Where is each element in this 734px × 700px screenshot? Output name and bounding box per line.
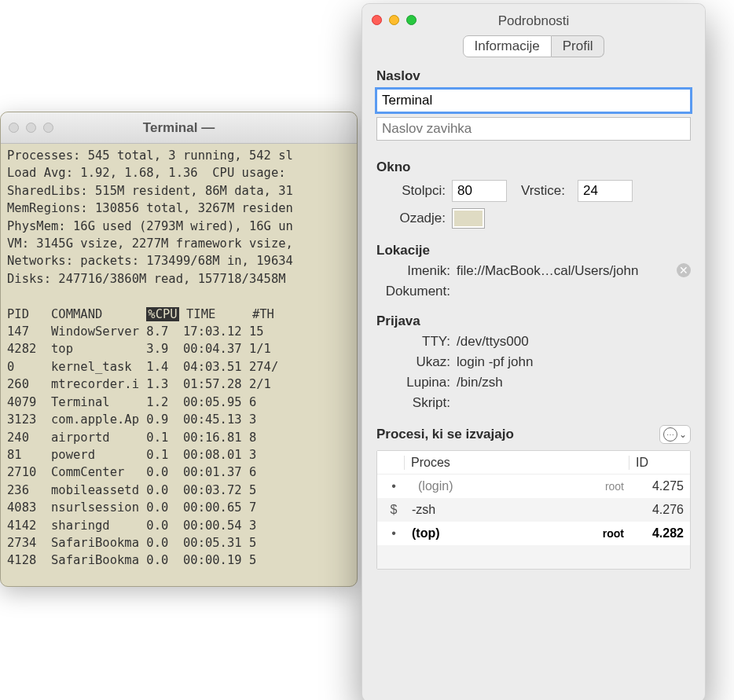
chevron-down-icon: ⌄: [679, 429, 687, 440]
columns-label: Stolpci:: [376, 183, 452, 199]
process-row-empty: [377, 545, 690, 569]
tab-title-input[interactable]: [376, 117, 691, 141]
section-lokacije: Lokacije: [376, 243, 691, 258]
lupina-label: Lupina:: [376, 375, 457, 390]
tty-label: TTY:: [376, 334, 457, 350]
dokument-label: Dokument:: [376, 284, 457, 299]
processes-action-button[interactable]: ⋯ ⌄: [659, 425, 691, 444]
processes-table: Proces ID • (login) root 4.275 $ -zsh 4.…: [376, 450, 691, 570]
dokument-value: [457, 284, 691, 299]
terminal-header-line: Processes: 545 total, 3 running, 542 sl: [7, 148, 293, 163]
close-icon[interactable]: [9, 123, 19, 133]
terminal-header-line: Networks: packets: 173499/68M in, 19634: [7, 254, 293, 268]
imenik-value: file://MacBook…cal/Users/john: [457, 263, 672, 279]
col-proces: Proces: [404, 456, 582, 470]
process-row[interactable]: • (top) root 4.282: [377, 522, 690, 545]
inspector-window: Podrobnosti Informacije Profil Naslov Ok…: [361, 3, 706, 700]
processes-table-header[interactable]: Proces ID: [377, 451, 690, 475]
terminal-title: Terminal —: [1, 120, 357, 136]
background-color-well[interactable]: [452, 208, 485, 229]
section-naslov: Naslov: [376, 68, 691, 84]
imenik-label: Imenik:: [376, 263, 457, 279]
rows-input[interactable]: [578, 180, 633, 202]
inspector-body: Naslov Okno Stolpci: Vrstice: Ozadje: Lo…: [362, 59, 705, 570]
minimize-icon[interactable]: [26, 123, 36, 133]
tab-profil[interactable]: Profil: [552, 35, 605, 57]
inspector-tabs: Informacije Profil: [362, 35, 705, 57]
ukaz-value: login -pf john: [457, 354, 691, 370]
tty-value: /dev/ttys000: [457, 334, 691, 350]
terminal-output[interactable]: Processes: 545 total, 3 running, 542 sl …: [1, 144, 357, 573]
zoom-icon[interactable]: [43, 123, 53, 133]
inspector-titlebar[interactable]: Podrobnosti Informacije Profil: [362, 4, 705, 59]
window-title-input[interactable]: [376, 89, 691, 112]
terminal-header-line: Disks: 247716/3860M read, 157718/3458M: [7, 272, 293, 286]
terminal-titlebar[interactable]: Terminal —: [1, 112, 357, 144]
lupina-value: /bin/zsh: [457, 375, 691, 390]
inspector-title: Podrobnosti: [362, 13, 705, 29]
skript-value: [457, 395, 691, 411]
ukaz-label: Ukaz:: [376, 354, 457, 370]
terminal-header-line: SharedLibs: 515M resident, 86M data, 31: [7, 184, 293, 198]
columns-input[interactable]: [452, 180, 507, 202]
clear-imenik-icon[interactable]: ✕: [677, 263, 691, 277]
background-label: Ozadje:: [376, 211, 452, 226]
terminal-header-line: MemRegions: 130856 total, 3267M residen: [7, 201, 293, 215]
section-procesi: Procesi, ki se izvajajo: [376, 427, 514, 442]
section-okno: Okno: [376, 159, 691, 175]
process-row[interactable]: $ -zsh 4.276: [377, 498, 690, 522]
terminal-header-line: Load Avg: 1.92, 1.68, 1.36 CPU usage:: [7, 166, 286, 180]
process-row[interactable]: • (login) root 4.275: [377, 475, 690, 498]
tab-informacije[interactable]: Informacije: [463, 35, 552, 57]
section-prijava: Prijava: [376, 313, 691, 329]
terminal-header-line: VM: 3145G vsize, 2277M framework vsize,: [7, 236, 293, 251]
terminal-window: Terminal — Processes: 545 total, 3 runni…: [0, 112, 358, 587]
terminal-header-line: PhysMem: 16G used (2793M wired), 16G un: [7, 219, 293, 233]
rows-label: Vrstice:: [521, 183, 571, 199]
traffic-lights: [9, 123, 53, 133]
skript-label: Skript:: [376, 395, 457, 411]
ellipsis-icon: ⋯: [663, 427, 677, 442]
col-id: ID: [629, 456, 684, 470]
